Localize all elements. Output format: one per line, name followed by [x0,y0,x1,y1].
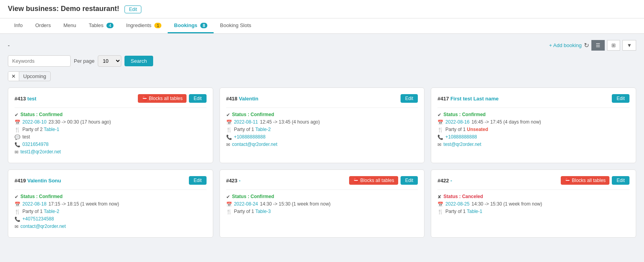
card-divider [437,107,629,108]
table-link[interactable]: Table-1 [467,209,482,214]
phone-link[interactable]: 0321654978 [22,142,49,147]
blocks-all-tables-button[interactable]: ⛔ Blocks all tables [349,176,398,185]
time-range: 12:45 -> 13:45 (4 hours ago) [260,119,320,125]
edit-booking-button[interactable]: Edit [189,94,207,103]
card-divider [15,189,207,190]
date-link[interactable]: 2022-08-10 [22,119,46,125]
booking-date: 📅2022-08-24 14:30 -> 15:30 (1 week from … [226,201,418,207]
edit-booking-button[interactable]: Edit [401,94,418,103]
email-icon: ✉ [15,149,18,155]
booking-card: #419 Valentin SonuEdit✔Status : Confirme… [8,169,213,238]
tab-orders[interactable]: Orders [29,18,57,33]
status-icon: ✔ [15,194,18,200]
booking-id: #413 test [15,96,37,102]
tab-info[interactable]: Info [8,18,29,33]
time-range: 16:45 -> 17:45 (4 days from now) [472,119,541,125]
email-link[interactable]: contact@qr2order.net [232,142,278,147]
time-range: 14:30 -> 15:30 (1 week from now) [472,201,542,207]
email-link[interactable]: contact@qr2order.net [20,224,66,229]
party-icon: 🍴 [226,209,232,215]
card-header: #423 -⛔ Blocks all tablesEdit [226,176,418,185]
party-text: Party of 1 Table-2 [234,127,271,132]
remove-upcoming-filter[interactable]: ✕ [8,72,19,81]
booking-name[interactable]: Valentin [239,96,258,102]
per-page-select[interactable]: 10 25 50 100 [98,55,121,67]
card-header: #418 ValentinEdit [226,94,418,103]
booking-name[interactable]: - [239,178,240,184]
booking-name[interactable]: Valentin Sonu [27,178,61,184]
booking-party: 🍴Party of 1 Table-1 [437,209,629,215]
status-icon: ✔ [226,194,230,200]
date-link[interactable]: 2022-08-11 [234,119,258,125]
edit-booking-button[interactable]: Edit [189,176,207,185]
date-link[interactable]: 2022-08-24 [234,201,258,207]
main-content: - + Add booking ↻ ☰ ⊞ ▼ Per page 10 25 5… [0,34,644,244]
card-actions: Edit [612,94,629,103]
edit-booking-button[interactable]: Edit [612,176,629,185]
booking-name[interactable]: - [450,178,452,184]
status-text: Status : Canceled [443,194,483,199]
page-header: View business: Demo restaurant! Edit [0,0,644,18]
status-icon: ✔ [437,112,441,118]
booking-name[interactable]: First test Last name [450,96,499,102]
ingredients-badge: 1 [154,23,161,28]
booking-name[interactable]: test [27,96,37,102]
tab-menu[interactable]: Menu [57,18,82,33]
table-link[interactable]: Table-1 [44,127,59,132]
booking-id: #422 - [437,178,452,184]
date-link[interactable]: 2022-08-16 [445,119,469,125]
tab-booking-slots[interactable]: Booking Slots [214,18,258,33]
filter-button[interactable]: ▼ [622,40,636,51]
tab-ingredients[interactable]: Ingredients 1 [120,18,168,33]
toolbar-top: - + Add booking ↻ ☰ ⊞ ▼ [8,40,636,51]
booking-email: ✉test1@qr2order.net [15,149,207,155]
booking-phone: 📞+40751234588 [15,216,207,222]
refresh-button[interactable]: ↻ [584,42,589,49]
blocks-all-tables-button[interactable]: ⛔ Blocks all tables [561,176,609,185]
status-text: Status : Confirmed [20,194,62,199]
edit-booking-button[interactable]: Edit [612,94,629,103]
grid-view-button[interactable]: ⊞ [607,40,620,51]
calendar-icon: 📅 [437,202,443,207]
booking-email: ✉contact@qr2order.net [15,224,207,229]
blocks-all-tables-button[interactable]: ⛔ Blocks all tables [138,94,187,103]
calendar-icon: 📅 [226,120,232,125]
edit-booking-button[interactable]: Edit [401,176,418,185]
email-link[interactable]: test1@qr2order.net [20,149,61,155]
email-link[interactable]: test@qr2order.net [443,142,481,147]
status-icon: ✔ [15,112,18,118]
unseated-label: Unseated [467,127,488,132]
list-view-button[interactable]: ☰ [591,40,605,51]
card-actions: ⛔ Blocks all tablesEdit [561,176,629,185]
phone-link[interactable]: +10888888888 [234,134,265,140]
booking-phone: 📞+10888888888 [437,134,629,140]
booking-date: 📅2022-08-16 16:45 -> 17:45 (4 days from … [437,119,629,125]
table-link[interactable]: Table-2 [255,127,271,132]
tab-tables[interactable]: Tables 4 [82,18,120,33]
grid-view-icon: ⊞ [611,42,616,48]
booking-card: #418 ValentinEdit✔Status : Confirmed📅202… [220,87,425,163]
table-link[interactable]: Table-2 [44,209,59,214]
booking-card: #417 First test Last nameEdit✔Status : C… [431,87,636,163]
party-icon: 🍴 [437,127,443,133]
card-header: #419 Valentin SonuEdit [15,176,207,185]
party-text: Party of 1 Table-1 [445,209,482,214]
booking-date: 📅2022-08-18 17:15 -> 18:15 (1 week from … [15,201,207,207]
search-button[interactable]: Search [124,56,153,66]
tab-bookings[interactable]: Bookings 8 [168,18,214,33]
filter-tag-upcoming: ✕ Upcoming [8,71,51,81]
booking-status: ✔Status : Confirmed [226,194,418,200]
list-view-icon: ☰ [596,42,600,48]
section-dash: - [8,42,10,49]
booking-card: #423 -⛔ Blocks all tablesEdit✔Status : C… [220,169,425,238]
status-text: Status : Confirmed [20,112,62,117]
keywords-input[interactable] [8,55,71,67]
calendar-icon: 📅 [15,120,20,125]
add-booking-button[interactable]: + Add booking [549,42,582,48]
date-link[interactable]: 2022-08-18 [22,201,46,207]
page-edit-button[interactable]: Edit [124,5,141,13]
table-link[interactable]: Table-3 [255,209,271,214]
phone-link[interactable]: +40751234588 [22,216,54,222]
phone-link[interactable]: +10888888888 [445,134,477,140]
date-link[interactable]: 2022-08-25 [445,201,469,207]
